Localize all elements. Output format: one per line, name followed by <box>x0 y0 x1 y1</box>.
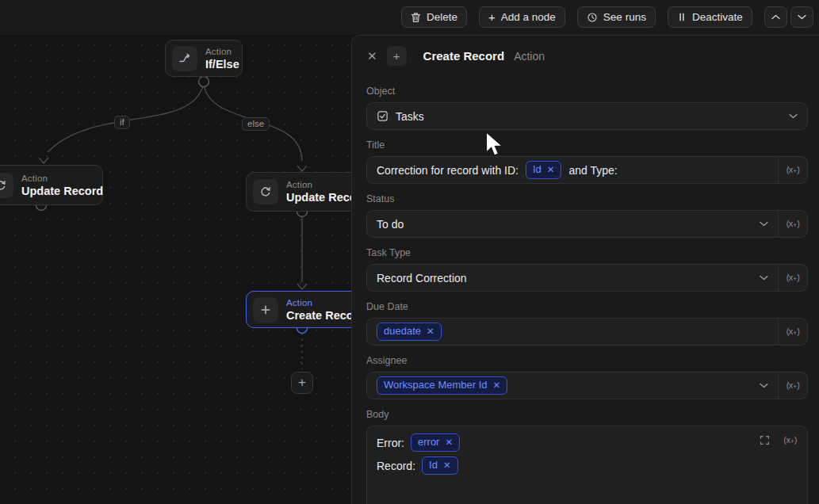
node-if-else[interactable]: Action If/Else <box>165 40 243 77</box>
object-select[interactable]: Tasks <box>366 102 808 130</box>
chip-label: Id <box>429 459 438 472</box>
title-text-before: Correction for record with ID: <box>377 164 519 177</box>
trash-icon <box>411 12 421 23</box>
variable-chip-id[interactable]: Id ✕ <box>526 161 561 179</box>
node-title: Update Record <box>21 185 103 197</box>
plus-icon: + <box>488 10 496 24</box>
variable-icon: (x₊) <box>786 326 800 337</box>
chevron-down-icon <box>789 113 798 119</box>
chevron-down-icon <box>760 383 768 388</box>
task-checkbox-icon <box>377 110 388 122</box>
arrowhead-else <box>297 166 307 171</box>
variable-icon: (x₊) <box>786 165 800 175</box>
variable-chip-error[interactable]: error ✕ <box>411 433 460 452</box>
node-update-record-left[interactable]: Action Update Record <box>0 165 103 205</box>
panel-header: ✕ + Create Record Action <box>366 36 808 75</box>
status-value: To do <box>377 218 404 231</box>
top-toolbar: Delete + Add a node See runs Deactivate <box>0 0 819 35</box>
edge-label-if: if <box>114 116 130 129</box>
assignee-label: Assignee <box>366 355 808 367</box>
variable-chip-workspace-member[interactable]: Workspace Member Id ✕ <box>377 376 507 395</box>
due-date-input[interactable]: duedate ✕ (x₊) <box>366 318 808 346</box>
remove-chip-icon[interactable]: ✕ <box>443 459 451 472</box>
connector-ifelse-out <box>199 77 209 87</box>
object-label: Object <box>366 86 808 97</box>
title-input[interactable]: Correction for record with ID: Id ✕ and … <box>366 156 808 184</box>
add-icon-button[interactable]: + <box>387 46 407 66</box>
workflow-canvas[interactable]: Action If/Else Action Update Record Acti… <box>0 0 351 504</box>
node-title: Update Record <box>286 191 351 204</box>
task-type-value: Record Correction <box>377 272 467 284</box>
remove-chip-icon[interactable]: ✕ <box>547 163 555 176</box>
insert-variable-button[interactable]: (x₊) <box>778 319 807 345</box>
body-label: Body <box>366 409 808 421</box>
delete-button[interactable]: Delete <box>401 6 467 28</box>
edge-label-else: else <box>242 117 270 131</box>
node-type-label: Action <box>205 47 239 56</box>
variable-icon: (x₊) <box>786 273 800 283</box>
see-runs-label: See runs <box>603 11 646 23</box>
node-create-record[interactable]: Action Create Record <box>246 291 351 328</box>
body-textarea[interactable]: Error: error ✕ Record: Id ✕ (x₊) <box>366 426 808 504</box>
add-node-button[interactable]: + <box>291 372 313 394</box>
remove-chip-icon[interactable]: ✕ <box>493 379 501 391</box>
see-runs-button[interactable]: See runs <box>577 6 656 28</box>
node-update-record-right[interactable]: Action Update Record <box>246 172 351 212</box>
node-type-label: Action <box>286 298 351 307</box>
remove-chip-icon[interactable]: ✕ <box>427 325 434 338</box>
deactivate-button[interactable]: Deactivate <box>668 6 752 28</box>
chevron-up-icon <box>771 14 780 20</box>
due-date-label: Due Date <box>366 301 808 313</box>
refresh-icon <box>0 173 13 198</box>
chevron-down-icon <box>760 221 768 227</box>
status-select[interactable]: To do (x₊) <box>366 210 808 238</box>
insert-variable-button[interactable]: (x₊) <box>778 372 807 399</box>
insert-variable-button[interactable]: (x₊) <box>778 211 807 237</box>
variable-icon: (x₊) <box>786 219 800 229</box>
body-line2-label: Record: <box>377 460 415 472</box>
insert-variable-button[interactable]: (x₊) <box>778 157 807 183</box>
add-a-node-label: Add a node <box>501 11 556 23</box>
task-type-select[interactable]: Record Correction (x₊) <box>366 264 808 292</box>
assignee-select[interactable]: Workspace Member Id ✕ (x₊) <box>366 372 808 399</box>
variable-icon: (x₊) <box>786 380 800 391</box>
variable-chip-record-id[interactable]: Id ✕ <box>422 456 457 475</box>
title-label: Title <box>366 139 808 151</box>
chevron-down-icon <box>798 14 806 20</box>
chip-label: error <box>418 436 439 449</box>
add-a-node-button[interactable]: + Add a node <box>479 6 565 28</box>
task-type-label: Task Type <box>366 247 808 259</box>
plus-icon <box>253 297 278 323</box>
panel-title: Create Record <box>423 49 505 63</box>
status-label: Status <box>366 193 808 205</box>
node-title: If/Else <box>205 58 239 71</box>
chip-label: duedate <box>384 325 421 338</box>
arrowhead-if <box>39 158 48 163</box>
node-type-label: Action <box>21 174 103 183</box>
clock-icon <box>587 12 598 23</box>
chip-label: Id <box>533 163 542 176</box>
insert-variable-button[interactable]: (x₊) <box>778 265 807 291</box>
panel-subtitle: Action <box>514 50 545 63</box>
title-text-after: and Type: <box>568 164 617 177</box>
nav-up-button[interactable] <box>764 6 787 28</box>
branch-icon <box>172 46 197 71</box>
expand-icon[interactable] <box>760 435 770 445</box>
chevron-down-icon <box>760 275 768 281</box>
pause-icon <box>677 12 687 22</box>
arrowhead-create <box>297 284 307 289</box>
refresh-icon <box>253 179 278 204</box>
remove-chip-icon[interactable]: ✕ <box>445 436 453 449</box>
node-type-label: Action <box>286 180 351 189</box>
nav-down-button[interactable] <box>790 6 813 28</box>
deactivate-label: Deactivate <box>692 11 743 23</box>
object-value: Tasks <box>396 110 424 123</box>
node-title: Create Record <box>286 309 351 322</box>
delete-label: Delete <box>427 11 457 23</box>
node-config-panel: ✕ + Create Record Action Object Tasks Ti… <box>351 35 819 504</box>
chip-label: Workspace Member Id <box>384 379 488 391</box>
close-panel-icon[interactable]: ✕ <box>367 50 377 62</box>
body-line1-label: Error: <box>377 437 404 449</box>
variable-chip-duedate[interactable]: duedate ✕ <box>377 323 442 341</box>
variable-icon[interactable]: (x₊) <box>783 435 797 445</box>
